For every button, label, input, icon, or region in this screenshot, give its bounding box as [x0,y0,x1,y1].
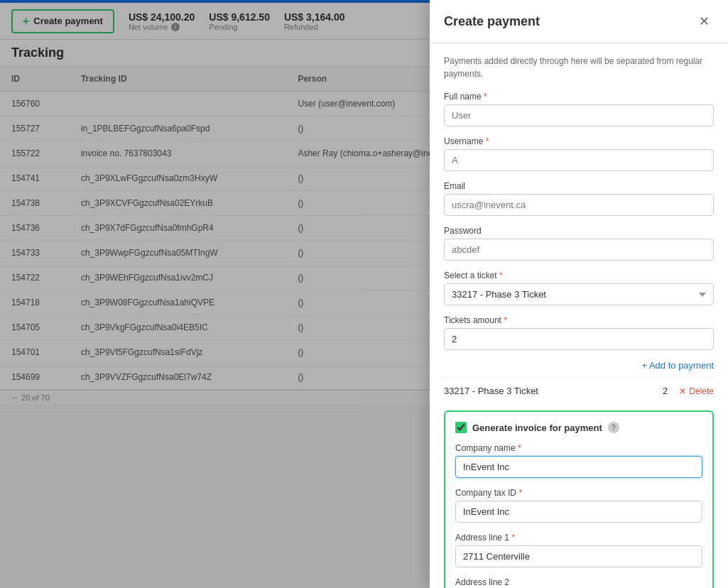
required-marker: * [484,92,487,102]
modal-header: Create payment ✕ [430,0,728,43]
modal-body: Payments added directly through here wil… [430,43,728,405]
username-label: Username * [444,136,714,146]
x-icon: ✕ [679,386,686,396]
close-modal-button[interactable]: ✕ [694,11,714,31]
required-marker: * [499,271,503,281]
tickets-amount-label: Tickets amount * [444,315,714,325]
tickets-amount-input[interactable] [444,328,714,350]
full-name-group: Full name * [444,92,714,126]
modal-notice: Payments added directly through here wil… [444,55,714,80]
required-marker: * [504,315,507,325]
modal-title: Create payment [444,14,540,29]
ticket-select-label: Select a ticket * [444,271,714,281]
modal-overlay: Create payment ✕ Payments added directly… [0,0,728,405]
password-input[interactable] [444,239,714,261]
full-name-label: Full name * [444,92,714,102]
email-label: Email [444,181,714,191]
delete-ticket-button[interactable]: ✕ Delete [679,386,714,396]
full-name-input[interactable] [444,104,714,126]
password-group: Password [444,226,714,261]
ticket-select[interactable]: 33217 - Phase 3 Ticket [444,283,714,305]
password-label: Password [444,226,714,236]
email-group: Email [444,181,714,216]
tickets-amount-group: Tickets amount * [444,315,714,350]
create-payment-modal: Create payment ✕ Payments added directly… [430,0,728,405]
delete-label: Delete [689,386,714,396]
add-to-payment-button[interactable]: + Add to payment [641,360,714,371]
email-input[interactable] [444,194,714,216]
username-group: Username * [444,136,714,171]
ticket-row: 33217 - Phase 3 Ticket 2 ✕ Delete [444,379,714,402]
username-input[interactable] [444,149,714,171]
ticket-select-group: Select a ticket * 33217 - Phase 3 Ticket [444,271,714,305]
ticket-row-name: 33217 - Phase 3 Ticket [444,386,538,396]
ticket-row-qty: 2 [663,386,668,396]
add-payment-row: + Add to payment [444,360,714,371]
required-marker: * [486,136,489,146]
